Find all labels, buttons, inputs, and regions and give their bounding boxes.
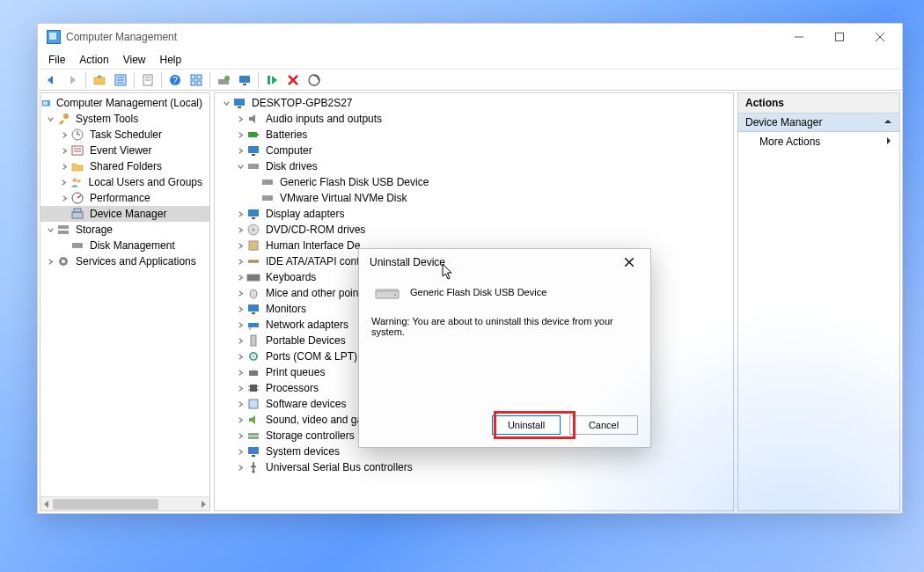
chevron-right-icon[interactable]: [234, 210, 246, 218]
tree-performance[interactable]: Performance: [40, 190, 209, 206]
actions-section[interactable]: Device Manager: [738, 114, 899, 132]
chevron-right-icon[interactable]: [44, 258, 56, 266]
chevron-right-icon[interactable]: [234, 321, 246, 329]
device-category[interactable]: Disk drives: [215, 158, 733, 174]
delete-icon[interactable]: [283, 71, 303, 89]
tile-icon[interactable]: [187, 71, 206, 89]
export-icon[interactable]: [138, 71, 158, 89]
svg-rect-84: [248, 436, 259, 439]
chevron-right-icon[interactable]: [234, 115, 246, 123]
tree-system-tools[interactable]: System Tools: [40, 111, 209, 127]
chevron-right-icon[interactable]: [58, 147, 70, 155]
tree-label: Mice and other poin: [264, 285, 360, 301]
cancel-button[interactable]: Cancel: [569, 415, 638, 435]
device-category[interactable]: Universal Serial Bus controllers: [215, 459, 733, 475]
tree-root[interactable]: Computer Management (Local): [40, 95, 209, 111]
monitor-icon[interactable]: [235, 71, 254, 89]
chevron-right-icon[interactable]: [234, 226, 246, 234]
device-category[interactable]: Computer: [215, 143, 733, 158]
tree-task-scheduler[interactable]: Task Scheduler: [40, 127, 209, 143]
menu-file[interactable]: File: [41, 52, 72, 68]
uninstall-button[interactable]: Uninstall: [492, 415, 561, 435]
chevron-right-icon[interactable]: [58, 163, 70, 171]
maximize-button[interactable]: [819, 24, 860, 50]
svg-point-74: [253, 356, 254, 357]
chevron-right-icon[interactable]: [234, 448, 246, 456]
chevron-down-icon[interactable]: [44, 115, 56, 123]
chevron-right-icon[interactable]: [234, 305, 246, 313]
dialog-body: Generic Flash Disk USB Device Warning: Y…: [359, 275, 650, 342]
category-icon: [246, 334, 260, 348]
tree-event-viewer[interactable]: Event Viewer: [40, 143, 209, 158]
tree-label: Storage controllers: [264, 428, 356, 444]
tree-storage[interactable]: Storage: [40, 222, 209, 238]
chevron-right-icon[interactable]: [58, 131, 70, 139]
svg-rect-75: [249, 370, 258, 376]
chevron-right-icon[interactable]: [234, 337, 246, 345]
device-category[interactable]: Audio inputs and outputs: [215, 111, 733, 127]
tree-label: Computer Management (Local): [55, 95, 204, 111]
chevron-right-icon[interactable]: [234, 369, 246, 377]
chevron-right-icon[interactable]: [234, 290, 246, 297]
add-hardware-icon[interactable]: [214, 71, 233, 89]
chevron-right-icon[interactable]: [234, 385, 246, 392]
close-button[interactable]: [860, 24, 900, 50]
chevron-right-icon[interactable]: [234, 400, 246, 408]
menu-action[interactable]: Action: [72, 52, 115, 68]
category-icon: [246, 460, 260, 474]
chevron-right-icon[interactable]: [234, 258, 246, 266]
forward-icon[interactable]: [62, 71, 82, 89]
category-icon: [246, 429, 260, 443]
horizontal-scrollbar[interactable]: [40, 496, 209, 510]
chevron-right-icon[interactable]: [234, 464, 246, 472]
tree-shared-folders[interactable]: Shared Folders: [40, 158, 209, 174]
scrollbar-thumb[interactable]: [53, 499, 158, 510]
chevron-down-icon[interactable]: [220, 99, 232, 107]
svg-rect-15: [197, 75, 202, 79]
chevron-right-icon[interactable]: [234, 242, 246, 250]
category-icon: [246, 397, 260, 411]
scroll-right-icon[interactable]: [197, 497, 209, 511]
help-icon[interactable]: ?: [165, 71, 185, 89]
device-item[interactable]: VMware Virtual NVMe Disk: [215, 190, 733, 206]
chevron-right-icon[interactable]: [234, 147, 246, 155]
chevron-right-icon[interactable]: [234, 432, 246, 440]
tree-device-manager[interactable]: Device Manager: [40, 206, 209, 222]
category-icon: [246, 318, 260, 332]
device-category[interactable]: Batteries: [215, 127, 733, 143]
back-icon[interactable]: [41, 71, 61, 89]
chevron-right-icon[interactable]: [234, 274, 246, 282]
tree-services[interactable]: Services and Applications: [40, 253, 209, 269]
menu-help[interactable]: Help: [153, 52, 189, 68]
chevron-down-icon[interactable]: [44, 226, 56, 234]
tree-disk-management[interactable]: Disk Management: [40, 238, 209, 253]
console-tree[interactable]: Computer Management (Local) System Tools…: [40, 93, 209, 271]
chevron-right-icon[interactable]: [234, 131, 246, 139]
computer-management-icon: [41, 96, 51, 110]
chevron-down-icon[interactable]: [234, 163, 246, 171]
chevron-right-icon[interactable]: [58, 194, 70, 202]
device-category[interactable]: DVD/CD-ROM drives: [215, 222, 733, 238]
menu-view[interactable]: View: [116, 52, 153, 68]
scan-icon[interactable]: [304, 71, 324, 89]
tree-label: Local Users and Groups: [87, 174, 204, 190]
up-icon[interactable]: [90, 71, 109, 89]
tree-local-users[interactable]: Local Users and Groups: [40, 174, 209, 190]
svg-rect-21: [243, 84, 246, 85]
dialog-close-button[interactable]: [612, 250, 647, 275]
svg-point-19: [224, 76, 230, 81]
minimize-button[interactable]: [779, 24, 819, 50]
chevron-right-icon[interactable]: [234, 353, 246, 361]
device-item[interactable]: Generic Flash Disk USB Device: [215, 174, 733, 190]
enable-icon[interactable]: [262, 71, 282, 89]
titlebar: Computer Management: [38, 24, 902, 50]
device-root[interactable]: DESKTOP-GPB2S27: [215, 95, 733, 111]
scroll-left-icon[interactable]: [40, 497, 53, 511]
chevron-right-icon[interactable]: [234, 416, 246, 424]
chevron-right-icon[interactable]: [57, 179, 70, 187]
actions-more[interactable]: More Actions: [738, 132, 899, 151]
properties-icon[interactable]: [111, 71, 130, 89]
device-category[interactable]: Display adapters: [215, 206, 733, 222]
svg-rect-66: [247, 275, 260, 281]
collapse-icon[interactable]: [884, 116, 892, 128]
